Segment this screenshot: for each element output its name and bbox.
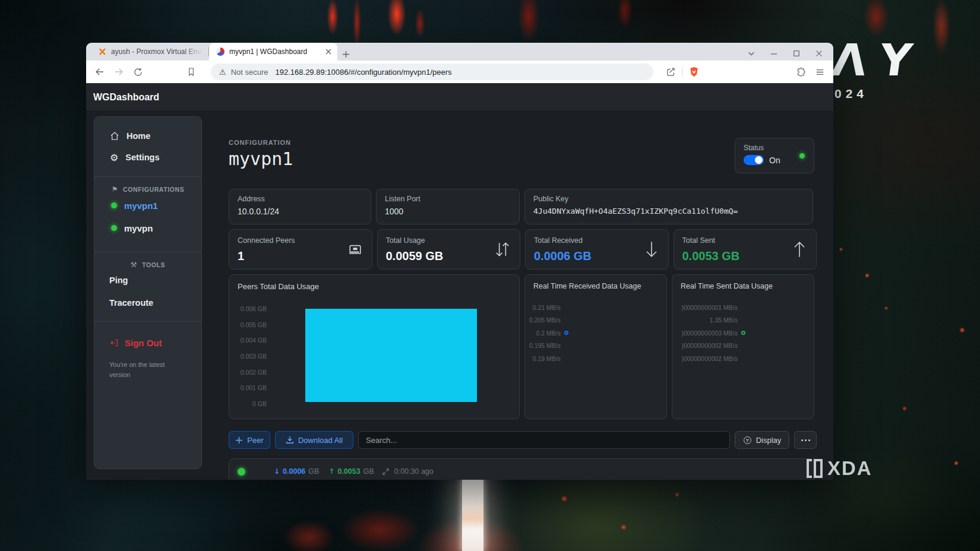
sidebar-item-label: Home	[127, 131, 150, 141]
menu-icon[interactable]	[812, 64, 827, 80]
add-peer-button[interactable]: Peer	[229, 431, 270, 449]
peer-online-dot-icon	[238, 468, 245, 476]
y-tick: )00000000003 MB/s	[672, 330, 738, 337]
sidebar-item-myvpn[interactable]: myvpn	[94, 220, 201, 236]
tab-close-icon[interactable]	[325, 49, 331, 55]
configuration-label: myvpn	[124, 223, 153, 233]
sign-out-button[interactable]: Sign Out	[94, 334, 201, 352]
listen-port-value: 1000	[385, 207, 511, 216]
public-key-label: Public Key	[533, 195, 804, 203]
ellipsis-icon	[801, 439, 803, 441]
forward-icon[interactable]	[111, 64, 127, 80]
sidebar-item-settings[interactable]: ⚙ Settings	[94, 147, 201, 168]
tool-label: Traceroute	[109, 298, 153, 308]
tab-title: ayush - Proxmox Virtual Environme	[111, 48, 203, 56]
minimize-button[interactable]	[770, 50, 777, 57]
brave-shield-icon[interactable]	[686, 64, 701, 80]
sidebar-item-ping[interactable]: Ping	[94, 271, 201, 289]
extensions-icon[interactable]	[793, 64, 808, 80]
peers-data-usage-chart: Peers Total Data Usage 0.006 GB 0.005 GB…	[229, 274, 520, 419]
total-received-value: 0.0006 GB	[534, 249, 592, 263]
stat-cards-row: Connected Peers 1 Total Usage 0.0059 GB	[229, 229, 817, 270]
total-sent-card: Total Sent 0.0053 GB	[674, 229, 817, 270]
close-button[interactable]	[815, 50, 823, 57]
connected-peers-value: 1	[238, 249, 295, 263]
listen-port-card: Listen Port 1000	[376, 189, 520, 224]
y-tick: 0.2 MB/s	[525, 330, 561, 337]
search-input[interactable]	[358, 431, 730, 449]
desktop-wallpaper: ΛY 024 XDA ayush - Proxmox Virtual Envir…	[0, 0, 980, 551]
sidebar-item-home[interactable]: Home	[94, 125, 201, 147]
display-button[interactable]: Display	[735, 431, 789, 449]
configuration-label: myvpn1	[124, 201, 158, 211]
total-received-label: Total Received	[534, 236, 592, 245]
status-toggle[interactable]	[744, 155, 764, 165]
listen-port-label: Listen Port	[385, 195, 511, 203]
share-icon[interactable]	[663, 64, 678, 80]
chart-title: Real Time Received Data Usage	[533, 282, 658, 290]
more-options-button[interactable]	[794, 431, 817, 449]
y-axis: )00000000001 MB/s 1.35 MB/s )00000000003…	[672, 301, 814, 365]
peer-metrics: ↓ 0.0006 GB ↑ 0.0053 GB 0:00:30 ago	[274, 467, 434, 476]
main-content: CONFIGURATION myvpn1 Status On Address 1…	[229, 112, 817, 480]
ethernet-icon	[347, 241, 363, 258]
address-value: 10.0.0.1/24	[238, 207, 362, 216]
data-point	[741, 331, 745, 335]
arrow-down-up-icon	[494, 240, 511, 258]
address-label: Address	[238, 195, 362, 203]
total-sent-value: 0.0053 GB	[682, 249, 740, 263]
home-icon	[110, 131, 119, 141]
data-point	[564, 331, 568, 335]
not-secure-warning-icon: ⚠	[219, 68, 226, 77]
y-tick: )00000000002 MB/s	[672, 355, 738, 362]
new-tab-button[interactable]	[342, 50, 350, 58]
sidebar-item-traceroute[interactable]: Traceroute	[94, 294, 201, 312]
tab-search-chevron-icon[interactable]	[748, 50, 755, 57]
sign-out-icon	[110, 338, 119, 347]
tab-wgdashboard[interactable]: myvpn1 | WGDashboard	[209, 43, 337, 61]
sidebar-item-label: Settings	[125, 153, 159, 162]
reload-icon[interactable]	[130, 64, 146, 80]
flag-icon: ⚑	[112, 185, 118, 194]
y-tick: 0.003 GB	[229, 353, 267, 360]
status-online-dot-icon	[799, 153, 805, 159]
public-key-card: Public Key 4Ju4DNYxaWqfH+O4aEZS3q71xIZKP…	[524, 189, 813, 224]
wgdashboard-page: WGDashboard Home ⚙ Settings ⚑ CONFIGURAT…	[86, 83, 833, 480]
y-tick: 0.001 GB	[229, 384, 267, 391]
total-sent-label: Total Sent	[682, 236, 740, 245]
y-axis: 0.21 MB/s 0.205 MB/s 0.2 MB/s 0.195 MB/s…	[525, 301, 666, 365]
peer-sent-value: 0.0053	[337, 467, 360, 476]
tab-proxmox[interactable]: ayush - Proxmox Virtual Environme	[91, 43, 208, 61]
plus-icon	[235, 436, 243, 444]
display-label: Display	[756, 436, 782, 445]
page-title: myvpn1	[229, 148, 293, 169]
url-bar[interactable]: ⚠ Not secure 192.168.29.89:10086/#/confi…	[211, 64, 653, 80]
sidebar-divider	[94, 176, 201, 177]
received-realtime-chart: Real Time Received Data Usage 0.21 MB/s …	[524, 274, 667, 419]
display-filter-icon	[743, 436, 752, 445]
back-icon[interactable]	[92, 64, 108, 80]
wallpaper-logo-letters: ΛY	[829, 34, 928, 86]
y-tick: 0.004 GB	[229, 337, 267, 344]
tab-title: myvpn1 | WGDashboard	[229, 48, 321, 56]
app-brand: WGDashboard	[93, 92, 159, 103]
connected-peers-label: Connected Peers	[238, 236, 295, 245]
address-card: Address 10.0.0.1/24	[229, 189, 371, 224]
sidebar-divider	[94, 321, 201, 322]
sidebar-item-myvpn1[interactable]: myvpn1	[94, 197, 201, 214]
connected-peers-card: Connected Peers 1	[229, 229, 372, 270]
toggle-knob	[755, 156, 763, 164]
tools-header-label: TOOLS	[142, 261, 165, 268]
maximize-button[interactable]	[793, 50, 800, 57]
bookmark-icon[interactable]	[184, 64, 199, 80]
xda-logo-text: XDA	[827, 457, 872, 480]
peer-row[interactable]: ↓ 0.0006 GB ↑ 0.0053 GB 0:00:30 ago	[229, 458, 814, 480]
wallpaper-light-beam	[462, 479, 483, 551]
y-tick: 1.35 MB/s	[672, 316, 738, 324]
handshake-icon	[382, 468, 389, 475]
not-secure-label: Not secure	[231, 68, 268, 77]
download-all-button[interactable]: Download All	[275, 431, 353, 449]
add-peer-label: Peer	[247, 436, 263, 445]
peer-received-value: 0.0006	[283, 467, 305, 476]
sign-out-label: Sign Out	[125, 338, 162, 348]
